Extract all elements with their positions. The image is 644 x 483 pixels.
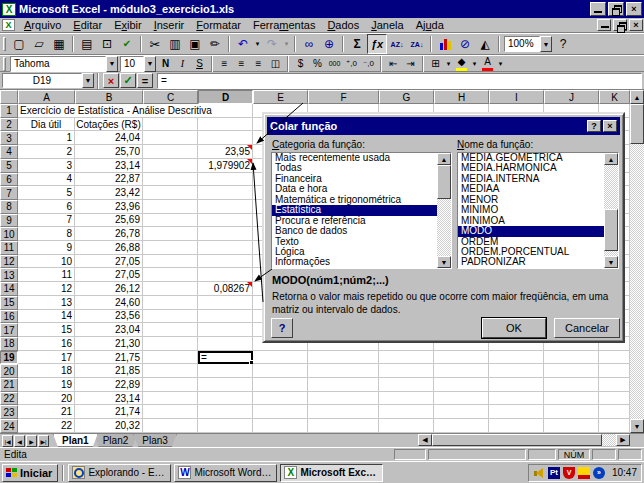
sheet-restore-button[interactable] [613,19,627,31]
sort-ascending-button[interactable]: AZ↓ [387,34,407,54]
cell-D19[interactable]: = [198,351,253,365]
row-header-12[interactable]: 12 [0,255,18,269]
tray-app-icon[interactable]: » [593,467,605,479]
menu-arquivo[interactable]: Arquivo [18,18,67,32]
workbook-icon[interactable]: X [2,19,15,31]
language-indicator[interactable]: Pt [548,467,560,479]
dialog-close-button[interactable]: × [603,120,617,132]
close-button[interactable]: × [626,2,642,16]
row-header-2[interactable]: 2 [0,118,18,132]
cell-D3[interactable] [198,131,253,145]
cell-C3[interactable] [143,131,198,145]
font-name-combo[interactable]: Tahoma ▼ [10,56,118,72]
vertical-scrollbar[interactable]: ▲ ▼ [630,90,644,433]
row-header-15[interactable]: 15 [0,296,18,310]
volume-icon[interactable] [533,467,545,479]
merge-center-button[interactable]: ◫ [267,56,284,71]
menu-ferramentas[interactable]: Ferramentas [247,18,321,32]
function-media-harmonica[interactable]: MÉDIA.HARMÔNICA [458,163,618,173]
cell-H20[interactable] [434,364,489,378]
category-logica[interactable]: Lógica [272,247,451,257]
row-header-6[interactable]: 6 [0,173,18,187]
cell-C8[interactable] [143,200,198,214]
redo-dropdown[interactable]: ▾ [282,34,291,54]
cell-J24[interactable] [544,419,599,433]
cell-H23[interactable] [434,405,489,419]
row-header-20[interactable]: 20 [0,364,18,378]
cell-A15[interactable]: 13 [18,296,75,310]
office-assistant-button[interactable]: ? [553,34,573,54]
cell-K20[interactable] [599,364,630,378]
cell-C18[interactable] [143,337,198,351]
row-header-8[interactable]: 8 [0,200,18,214]
cell-B20[interactable]: 21,85 [75,364,143,378]
cell-I22[interactable] [489,392,544,406]
cell-D18[interactable] [198,337,253,351]
font-name-value[interactable]: Tahoma [10,56,106,72]
row-header-17[interactable]: 17 [0,323,18,337]
cell-D5[interactable]: 1,979902 [198,159,253,173]
menu-ajuda[interactable]: Ajuda [410,18,450,32]
sheet-tab-plan2[interactable]: Plan2 [94,434,138,447]
increase-decimal-button[interactable]: ⁺,0 [343,56,360,71]
cell-C20[interactable] [143,364,198,378]
cell-D2[interactable] [198,118,253,132]
row-header-11[interactable]: 11 [0,241,18,255]
cell-D22[interactable] [198,392,253,406]
scroll-right-icon[interactable]: ▶ [616,434,630,446]
cut-button[interactable]: ✂ [145,34,165,54]
cell-B11[interactable]: 26,88 [75,241,143,255]
antivirus-icon[interactable]: V [563,467,575,479]
cell-C9[interactable] [143,214,198,228]
cell-D9[interactable] [198,214,253,228]
scroll-down-icon[interactable]: ▼ [437,256,451,268]
ok-button[interactable]: OK [482,318,546,338]
row-header-3[interactable]: 3 [0,131,18,145]
row-header-13[interactable]: 13 [0,268,18,282]
cell-A10[interactable]: 8 [18,227,75,241]
chevron-down-icon[interactable]: ▼ [540,36,552,52]
scheduler-icon[interactable] [578,467,590,479]
cell-I19[interactable] [489,351,544,365]
zoom-combo[interactable]: 100%▼ [504,36,552,52]
tab-scroll-prev-button[interactable]: ◀ [14,435,25,447]
function-media-interna[interactable]: MÉDIA.INTERNA [458,174,618,184]
cell-D20[interactable] [198,364,253,378]
insert-hyperlink-button[interactable]: ∞ [299,34,319,54]
cell-C17[interactable] [143,323,198,337]
cell-E22[interactable] [253,392,308,406]
font-size-combo[interactable]: 10 ▼ [120,56,156,72]
cell-F22[interactable] [308,392,379,406]
name-box[interactable]: D19 [2,73,82,88]
row-header-5[interactable]: 5 [0,159,18,173]
cell-B8[interactable]: 23,96 [75,200,143,214]
cell-G22[interactable] [379,392,434,406]
align-center-button[interactable]: ≡ [233,56,250,71]
cell-H22[interactable] [434,392,489,406]
cell-F23[interactable] [308,405,379,419]
col-header-H[interactable]: H [434,90,489,104]
spelling-button[interactable]: ✔ [117,34,137,54]
italic-button[interactable]: I [174,56,191,71]
cell-F21[interactable] [308,378,379,392]
align-left-button[interactable]: ≡ [216,56,233,71]
row-header-7[interactable]: 7 [0,186,18,200]
cell-H24[interactable] [434,419,489,433]
task-button-microsoft-excel[interactable]: XMicrosoft Excel - mód... [280,464,383,482]
cell-B13[interactable]: 27,05 [75,268,143,282]
cell-I21[interactable] [489,378,544,392]
paste-button[interactable]: ▣ [185,34,205,54]
cell-C13[interactable] [143,268,198,282]
col-header-I[interactable]: I [489,90,544,104]
scroll-up-icon[interactable]: ▲ [604,153,618,165]
list-scroll-thumb[interactable] [437,165,451,199]
cell-D11[interactable] [198,241,253,255]
comma-style-button[interactable]: 000 [326,56,343,71]
cell-A9[interactable]: 7 [18,214,75,228]
cell-B21[interactable]: 22,89 [75,378,143,392]
function-minimo[interactable]: MÍNIMO [458,205,618,215]
font-color-button[interactable]: A [479,56,496,71]
cell-C5[interactable] [143,159,198,173]
cell-J20[interactable] [544,364,599,378]
cell-J23[interactable] [544,405,599,419]
